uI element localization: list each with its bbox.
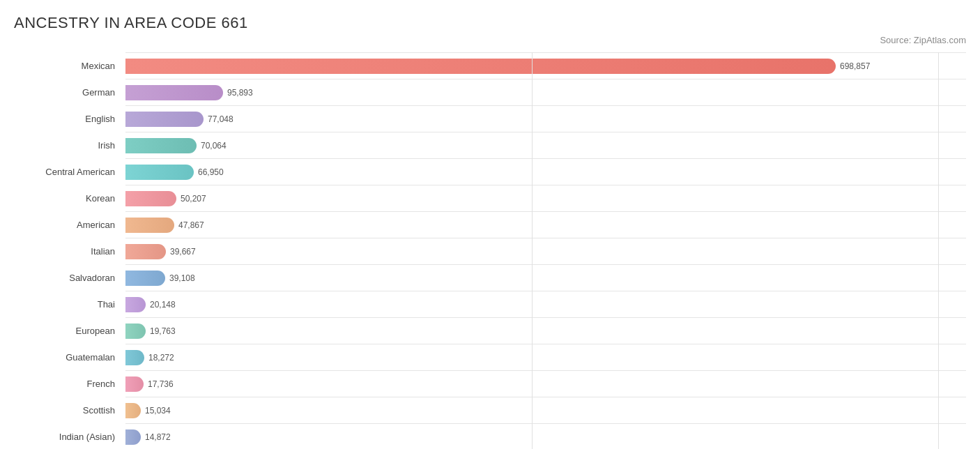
bar-row: Indian (Asian)14,872 [125,423,966,449]
bar-value-label: 77,048 [208,114,233,124]
bar-container: 66,950 [125,163,966,181]
bar-row: Irish70,064 [125,132,966,158]
bar-row: Scottish15,034 [125,397,966,423]
source-label: Source: ZipAtlas.com [14,35,966,45]
bar-container: 77,048 [125,110,966,128]
bar-container: 39,667 [125,243,966,261]
bar-value-label: 14,872 [145,432,171,442]
bar-fill: 70,064 [125,138,197,153]
bar-container: 19,763 [125,322,966,340]
bar-container: 14,872 [125,428,966,446]
bar-label: Guatemalan [14,352,122,363]
bar-value-label: 18,272 [148,353,174,363]
bar-container: 47,867 [125,216,966,234]
bar-row: Central American66,950 [125,158,966,185]
bar-container: 20,148 [125,296,966,314]
bar-label: German [14,87,122,98]
bar-label: American [14,220,122,230]
bar-value-label: 17,736 [148,379,174,389]
bar-row: Salvadoran39,108 [125,264,966,291]
bar-fill: 14,872 [125,429,141,445]
bar-label: Korean [14,193,122,204]
bar-container: 70,064 [125,137,966,155]
bar-value-label: 39,667 [170,247,196,257]
bar-label: Thai [14,299,122,310]
bar-label: French [14,379,122,389]
bar-value-label: 20,148 [150,300,176,310]
bar-fill: 15,034 [125,403,141,418]
bar-container: 17,736 [125,375,966,393]
bar-label: Indian (Asian) [14,432,122,442]
bar-label: Italian [14,246,122,257]
bar-label: English [14,114,122,124]
bar-value-label: 95,893 [227,88,253,98]
bar-label: Irish [14,140,122,151]
bar-row: German95,893 [125,79,966,105]
bar-fill: 18,272 [125,350,144,365]
bar-fill: 19,763 [125,324,146,339]
bar-row: American47,867 [125,211,966,238]
bar-container: 39,108 [125,269,966,287]
bar-value-label: 70,064 [201,141,227,151]
bar-fill: 39,108 [125,271,165,286]
bar-value-label: 50,207 [181,194,206,204]
chart-area: Mexican698,857German95,893English77,048I… [14,52,966,449]
bar-row: European19,763 [125,317,966,344]
chart-inner: Mexican698,857German95,893English77,048I… [125,52,966,449]
bar-value-label: 19,763 [150,326,176,336]
bar-container: 18,272 [125,349,966,367]
bar-label: European [14,326,122,336]
bar-row: Mexican698,857 [125,52,966,79]
bar-fill: 77,048 [125,112,204,127]
bar-container: 15,034 [125,402,966,420]
bar-row: French17,736 [125,370,966,397]
bar-row: Thai20,148 [125,291,966,317]
bar-fill: 47,867 [125,218,174,233]
bar-fill: 20,148 [125,297,146,312]
bar-fill: 17,736 [125,376,144,392]
bar-row: Korean50,207 [125,185,966,211]
bar-fill: 698,857 [125,59,836,74]
bar-row: Guatemalan18,272 [125,344,966,370]
bar-value-label: 66,950 [198,167,224,177]
bar-label: Salvadoran [14,273,122,283]
bar-fill: 95,893 [125,85,223,100]
bar-row: English77,048 [125,105,966,132]
bar-fill: 39,667 [125,244,166,259]
bar-label: Scottish [14,405,122,416]
bar-value-label: 698,857 [840,61,870,71]
bar-fill: 66,950 [125,165,194,180]
bar-value-label: 39,108 [169,273,195,283]
bar-label: Central American [14,167,122,177]
bar-container: 95,893 [125,84,966,102]
bar-container: 50,207 [125,190,966,208]
chart-title: ANCESTRY IN AREA CODE 661 [14,14,966,32]
bar-fill: 50,207 [125,191,176,206]
bar-value-label: 47,867 [178,220,204,230]
bar-container: 698,857 [125,57,966,75]
bar-label: Mexican [14,61,122,71]
bar-value-label: 15,034 [145,406,171,416]
bar-row: Italian39,667 [125,238,966,264]
